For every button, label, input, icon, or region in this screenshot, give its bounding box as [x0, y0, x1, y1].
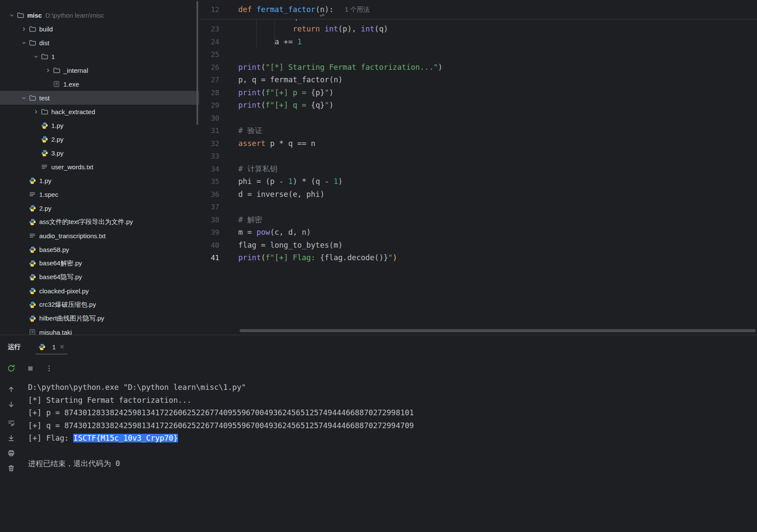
- tree-item[interactable]: ?misuha.taki: [0, 325, 199, 335]
- tree-item[interactable]: 2.py: [0, 132, 199, 146]
- tree-item[interactable]: ?1.exe: [0, 77, 199, 91]
- run-tab[interactable]: 1: [34, 341, 69, 353]
- code-line[interactable]: 35phi = (p - 1) * (q - 1): [199, 175, 757, 188]
- tree-item-label: 3.py: [51, 149, 63, 157]
- code-line[interactable]: 36d = inverse(e, phi): [199, 188, 757, 201]
- run-panel-header: 运行 1: [0, 335, 757, 358]
- chevron-right-icon[interactable]: [31, 108, 40, 115]
- scroll-to-end-button[interactable]: [6, 432, 17, 444]
- chevron-right-icon[interactable]: [19, 25, 28, 32]
- tree-item[interactable]: 1.py: [0, 174, 199, 187]
- editor-pane[interactable]: 22 q = a - b23 return int(p), int(q)24 a…: [199, 0, 757, 335]
- code-line[interactable]: 39m = pow(c, d, n): [199, 226, 757, 239]
- tree-item[interactable]: base64解密.py: [0, 256, 199, 270]
- chevron-spacer: [19, 301, 28, 308]
- code-line[interactable]: 25: [199, 48, 757, 61]
- scroll-down-button[interactable]: [6, 399, 17, 410]
- code-line[interactable]: 30: [199, 112, 757, 125]
- tree-item[interactable]: audio_transcriptions.txt: [0, 229, 199, 243]
- line-number: 38: [199, 214, 238, 227]
- python-icon: [28, 314, 36, 322]
- code-line[interactable]: 31# 验证: [199, 124, 757, 137]
- folder-icon: [16, 11, 24, 19]
- tree-item[interactable]: miscD:\python learn\misc: [0, 8, 199, 22]
- tree-item[interactable]: 3.py: [0, 146, 199, 160]
- tree-item[interactable]: user_words.txt: [0, 160, 199, 174]
- chevron-spacer: [31, 136, 40, 143]
- tree-item-label: base64解密.py: [39, 259, 82, 268]
- code-line[interactable]: 40flag = long_to_bytes(m): [199, 239, 757, 252]
- chevron-down-icon[interactable]: [19, 39, 28, 46]
- text-icon: [40, 163, 48, 171]
- code-line[interactable]: 26print("[*] Starting Fermat factorizati…: [199, 61, 757, 74]
- tree-item[interactable]: hack_extracted: [0, 105, 199, 118]
- editor-horizontal-scrollbar[interactable]: [240, 329, 756, 332]
- usage-hint[interactable]: 1 个用法: [345, 6, 370, 14]
- chevron-spacer: [19, 246, 28, 253]
- clear-console-button[interactable]: [6, 463, 17, 474]
- chevron-down-icon[interactable]: [31, 53, 40, 60]
- line-number: 25: [199, 48, 238, 61]
- unknown-icon: ?: [28, 328, 36, 335]
- tree-item-label: base58.py: [39, 246, 69, 253]
- project-panel: miscD:\python learn\miscbuilddist1_inter…: [0, 0, 199, 335]
- tree-item-label: _internal: [63, 67, 88, 74]
- tree-item[interactable]: build: [0, 22, 199, 36]
- sticky-code-line: def fermat_factor(n):: [238, 5, 333, 14]
- tree-item[interactable]: _internal: [0, 63, 199, 77]
- code-line[interactable]: 33: [199, 150, 757, 163]
- tree-item[interactable]: ass文件的text字段导出为文件.py: [0, 215, 199, 229]
- tree-item[interactable]: 2.py: [0, 201, 199, 215]
- code-line[interactable]: 29print(f"[+] q = {q}"): [199, 99, 757, 112]
- rerun-button[interactable]: [6, 364, 16, 373]
- tree-item-label: 2.py: [39, 205, 51, 212]
- project-vertical-scrollbar[interactable]: [196, 1, 198, 125]
- soft-wrap-button[interactable]: [6, 417, 17, 429]
- python-icon: [28, 177, 36, 184]
- python-icon: [40, 135, 48, 143]
- tree-item[interactable]: cloacked-pixel.py: [0, 284, 199, 298]
- tree-item[interactable]: 1: [0, 50, 199, 63]
- close-tab-icon[interactable]: [59, 344, 65, 350]
- tree-item[interactable]: 1.py: [0, 118, 199, 132]
- line-number: 27: [199, 74, 238, 87]
- code-line[interactable]: 34# 计算私钥: [199, 163, 757, 176]
- chevron-right-icon[interactable]: [43, 67, 53, 74]
- print-button[interactable]: [6, 448, 17, 459]
- code-line[interactable]: 28print(f"[+] p = {p}"): [199, 87, 757, 100]
- line-number: 23: [199, 23, 238, 36]
- folder-icon: [28, 25, 36, 33]
- stop-button[interactable]: [25, 364, 35, 373]
- code-line[interactable]: 37: [199, 201, 757, 214]
- line-number: 26: [199, 61, 238, 74]
- console-output[interactable]: D:\python\python.exe "D:\python learn\mi…: [28, 381, 753, 532]
- chevron-down-icon[interactable]: [19, 94, 28, 101]
- tree-item-label: build: [39, 25, 53, 33]
- scroll-up-button[interactable]: [6, 384, 17, 395]
- line-number: 34: [199, 163, 238, 176]
- chevron-spacer: [43, 81, 53, 87]
- more-options-button[interactable]: [44, 364, 54, 373]
- chevron-down-icon[interactable]: [7, 12, 16, 19]
- tree-item[interactable]: hilbert曲线图片隐写.py: [0, 311, 199, 325]
- code-line[interactable]: 32assert p * q == n: [199, 137, 757, 150]
- tree-item[interactable]: 1.spec: [0, 187, 199, 201]
- line-number: 37: [199, 201, 238, 214]
- code-line[interactable]: 23 return int(p), int(q): [199, 23, 757, 36]
- tree-item[interactable]: test: [0, 91, 199, 105]
- tree-item[interactable]: crc32爆破压缩包.py: [0, 298, 199, 311]
- tree-item-label: 1: [51, 53, 55, 60]
- code-line[interactable]: 38# 解密: [199, 214, 757, 227]
- line-number: 40: [199, 239, 238, 252]
- code-line[interactable]: 27p, q = fermat_factor(n): [199, 74, 757, 87]
- code-line[interactable]: 41print(f"[+] Flag: {flag.decode()}"): [199, 252, 757, 264]
- tree-item[interactable]: base58.py: [0, 243, 199, 256]
- python-icon: [40, 121, 48, 129]
- tree-item[interactable]: dist: [0, 36, 199, 50]
- tree-item-label: 2.py: [51, 136, 63, 143]
- tree-item[interactable]: base64隐写.py: [0, 270, 199, 284]
- text-icon: [28, 190, 36, 198]
- code-line[interactable]: 24 a += 1: [199, 36, 757, 49]
- line-number: 41: [199, 252, 238, 264]
- unknown-icon: ?: [53, 80, 60, 88]
